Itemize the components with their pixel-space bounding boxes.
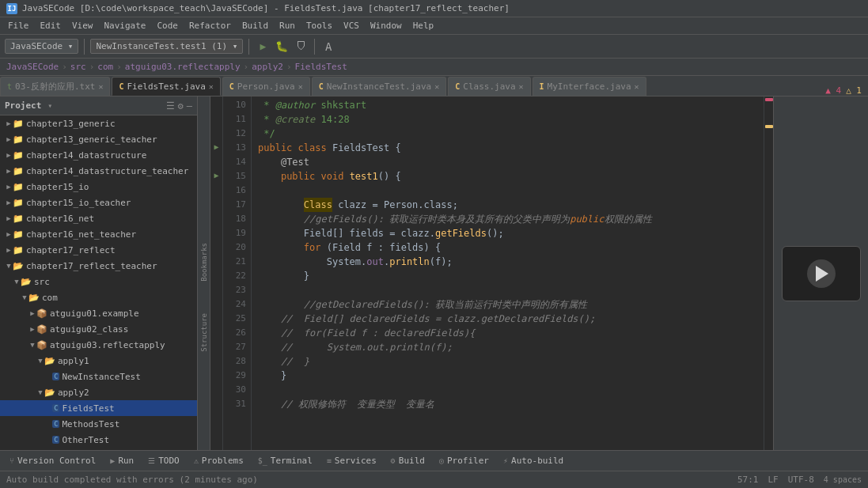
tree-atguigu01[interactable]: ▶ 📦 atguigu01.example xyxy=(0,305,197,321)
run-arrow-13[interactable]: ▶ xyxy=(214,142,218,151)
code-line-13: public class FieldsTest { xyxy=(258,141,757,155)
bc-com[interactable]: com xyxy=(97,62,113,72)
tab-close-person[interactable]: ✕ xyxy=(298,82,303,91)
package-icon: 📦 xyxy=(36,324,47,335)
video-play-button[interactable] xyxy=(807,259,836,288)
menu-code[interactable]: Code xyxy=(152,19,183,32)
menu-help[interactable]: Help xyxy=(408,19,439,32)
panel-close-icon[interactable]: — xyxy=(187,100,192,112)
tree-apply2[interactable]: ▼ 📂 apply2 xyxy=(0,384,197,400)
ln-19: 19 xyxy=(223,226,246,240)
tree-src[interactable]: ▼ 📂 src xyxy=(0,274,197,289)
coverage-btn[interactable]: ⛉ xyxy=(293,39,309,55)
btn-problems[interactable]: ⚠ Problems xyxy=(188,454,250,467)
btn-version-control[interactable]: ⑂ Version Control xyxy=(3,454,102,467)
tree-fieldstest[interactable]: C FieldsTest xyxy=(0,400,197,416)
folder-icon: 📁 xyxy=(13,150,24,161)
tree-chapter13generic-teacher[interactable]: ▶ 📁 chapter13_generic_teacher xyxy=(0,131,197,147)
menu-run[interactable]: Run xyxy=(275,19,300,32)
tab-03txt[interactable]: t 03-反射的应用.txt ✕ xyxy=(0,77,110,96)
menu-tools[interactable]: Tools xyxy=(301,19,337,32)
right-panel xyxy=(773,96,868,450)
project-tree: ▶ 📁 chapter13_generic ▶ 📁 chapter13_gene… xyxy=(0,115,197,450)
ln-29: 29 xyxy=(223,369,246,383)
btn-profiler[interactable]: ◎ Profiler xyxy=(433,454,495,467)
bc-apply2[interactable]: apply2 xyxy=(252,62,283,72)
bc-javasecode[interactable]: JavaSECode xyxy=(6,62,59,72)
tree-arrow: ▼ xyxy=(13,278,21,286)
tab-fieldstest[interactable]: C FieldsTest.java ✕ xyxy=(112,77,220,96)
gutter-14 xyxy=(210,153,222,168)
code-content[interactable]: * @author shkstart * @create 14:28 */ pu… xyxy=(252,96,764,450)
tree-atguigu02[interactable]: ▶ 📦 atguigu02_class xyxy=(0,321,197,337)
side-strips: Bookmarks Structure xyxy=(198,96,210,450)
menu-navigate[interactable]: Navigate xyxy=(100,19,151,32)
tab-close-03txt[interactable]: ✕ xyxy=(98,82,103,91)
btn-todo[interactable]: ☰ TODO xyxy=(142,454,186,467)
bc-sep1: › xyxy=(62,62,67,72)
btn-build[interactable]: ⚙ Build xyxy=(385,454,431,467)
tree-chapter15io[interactable]: ▶ 📁 chapter15_io xyxy=(0,179,197,195)
menu-view[interactable]: View xyxy=(67,19,98,32)
tree-othertest[interactable]: C OtherTest xyxy=(0,432,197,448)
tree-chapter13generic[interactable]: ▶ 📁 chapter13_generic xyxy=(0,115,197,131)
btn-run[interactable]: ▶ Run xyxy=(104,454,140,467)
bc-src[interactable]: src xyxy=(70,62,86,72)
tree-label: com xyxy=(42,293,58,303)
tab-person[interactable]: C Person.java ✕ xyxy=(222,77,310,96)
menu-edit[interactable]: Edit xyxy=(36,19,66,32)
run-btn[interactable]: ▶ xyxy=(255,39,271,55)
tree-com[interactable]: ▼ 📂 com xyxy=(0,289,197,305)
tree-chapter14ds-teacher[interactable]: ▶ 📁 chapter14_datastructure_teacher xyxy=(0,163,197,179)
menu-file[interactable]: File xyxy=(3,19,34,32)
tree-chapter15io-teacher[interactable]: ▶ 📁 chapter15_io_teacher xyxy=(0,195,197,210)
structure-strip-label[interactable]: Structure xyxy=(200,313,208,352)
video-thumbnail[interactable] xyxy=(782,246,861,301)
bookmarks-strip-label[interactable]: Bookmarks xyxy=(200,243,208,282)
tab-close-newinstance[interactable]: ✕ xyxy=(434,82,439,91)
tree-chapter14ds[interactable]: ▶ 📁 chapter14_datastructure xyxy=(0,147,197,163)
tab-class[interactable]: C Class.java ✕ xyxy=(448,77,530,96)
code-line-10: * @author shkstart xyxy=(258,98,757,112)
run-arrow-15[interactable]: ▶ xyxy=(214,171,218,180)
tab-close-fieldstest[interactable]: ✕ xyxy=(209,82,214,91)
tree-chapter16net[interactable]: ▶ 📁 chapter16_net xyxy=(0,210,197,226)
menu-window[interactable]: Window xyxy=(366,19,407,32)
folder-icon: 📁 xyxy=(13,182,24,192)
comment-struck-25: // Field[] declaredFields = clazz.getDec… xyxy=(258,312,595,326)
tree-chapter17reflect[interactable]: ▶ 📁 chapter17_reflect xyxy=(0,242,197,258)
tab-close-myinterface[interactable]: ✕ xyxy=(635,82,639,91)
tree-methodstest[interactable]: C MethodsTest xyxy=(0,416,197,432)
bc-fieldstest[interactable]: FieldsTest xyxy=(295,62,347,72)
btn-services[interactable]: ≡ Services xyxy=(320,454,383,467)
tab-newinstance[interactable]: C NewInstanceTest.java ✕ xyxy=(312,77,447,96)
bc-reflectapply[interactable]: atguigu03.reflectapply xyxy=(125,62,241,72)
menu-build[interactable]: Build xyxy=(237,19,273,32)
tree-chapter16net-teacher[interactable]: ▶ 📁 chapter16_net_teacher xyxy=(0,226,197,242)
javadoc-tag: @author xyxy=(275,98,316,112)
menu-refactor[interactable]: Refactor xyxy=(184,19,236,32)
tree-atguigu03[interactable]: ▼ 📦 atguigu03.reflectapply xyxy=(0,337,197,353)
code-line-12: */ xyxy=(258,127,757,141)
panel-dropdown[interactable]: ▾ xyxy=(47,101,52,110)
tree-chapter17reflect-teacher[interactable]: ▼ 📂 chapter17_reflect_teacher xyxy=(0,258,197,274)
btn-auto-build[interactable]: ⚡ Auto-build xyxy=(497,454,570,467)
ln-17: 17 xyxy=(223,198,246,212)
comment-getdeclared: //getDeclaredFields(): 获取当前运行时类中声明的所有属性 xyxy=(258,297,587,312)
btn-terminal[interactable]: $_ Terminal xyxy=(252,454,319,467)
panel-collapse-icon[interactable]: ☰ xyxy=(166,100,175,112)
tree-newinstancetest[interactable]: C NewInstanceTest xyxy=(0,369,197,384)
build-label: Build xyxy=(399,456,425,466)
menu-vcs[interactable]: VCS xyxy=(339,19,364,32)
panel-settings-icon[interactable]: ⚙ xyxy=(178,100,184,112)
tree-label: chapter16_net xyxy=(26,214,94,224)
tab-myinterface[interactable]: I MyInterface.java ✕ xyxy=(533,77,646,96)
translate-icon[interactable]: A xyxy=(320,39,336,55)
project-selector[interactable]: JavaSECode ▾ xyxy=(5,39,78,54)
debug-btn[interactable]: 🐛 xyxy=(274,39,290,55)
class-icon: C xyxy=(52,373,59,380)
tree-apply1[interactable]: ▼ 📂 apply1 xyxy=(0,353,197,369)
scrollbar-panel[interactable] xyxy=(764,96,773,450)
tab-close-class[interactable]: ✕ xyxy=(519,82,524,91)
run-config[interactable]: NewInstanceTest.test1 (1) ▾ xyxy=(90,39,243,54)
